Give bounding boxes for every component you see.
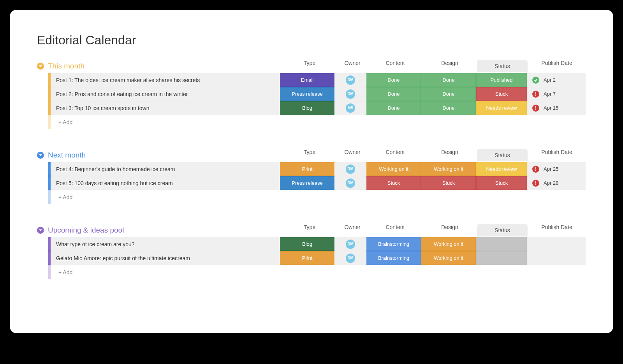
col-header-status: Status bbox=[477, 149, 528, 161]
column-headers: Type Owner Content Design Status Publish… bbox=[282, 224, 586, 236]
group: Next month Type Owner Content Design Sta… bbox=[37, 148, 586, 204]
col-header-design: Design bbox=[422, 149, 477, 161]
col-header-publish: Publish Date bbox=[528, 149, 586, 161]
publish-date-text: Apr 2 bbox=[544, 77, 556, 83]
content-cell[interactable]: Working on it bbox=[366, 162, 421, 176]
group-title[interactable]: This month bbox=[48, 62, 282, 70]
add-row[interactable]: + Add bbox=[48, 265, 586, 279]
groups-container: This month Type Owner Content Design Sta… bbox=[37, 59, 586, 279]
col-header-publish: Publish Date bbox=[528, 60, 586, 72]
column-headers: Type Owner Content Design Status Publish… bbox=[282, 60, 586, 72]
status-cell[interactable] bbox=[476, 237, 527, 251]
group-color-bar bbox=[48, 176, 51, 190]
content-cell[interactable]: Done bbox=[366, 73, 421, 87]
content-cell[interactable]: Done bbox=[366, 87, 421, 101]
type-cell[interactable]: Press release bbox=[280, 176, 334, 190]
table-row[interactable]: Post 2: Pros and cons of eating ice crea… bbox=[48, 87, 586, 101]
task-name[interactable]: Gelato Mio Amore: epic pursuit of the ul… bbox=[51, 251, 280, 265]
col-header-type: Type bbox=[282, 224, 337, 236]
design-cell[interactable]: Stuck bbox=[421, 176, 476, 190]
rows-container: What type of ice cream are you? Blog DM … bbox=[48, 237, 586, 279]
publish-date-cell[interactable] bbox=[527, 237, 586, 251]
publish-date-cell[interactable]: ! Apr 28 bbox=[527, 176, 586, 190]
design-cell[interactable]: Done bbox=[421, 87, 476, 101]
alert-icon: ! bbox=[532, 166, 539, 173]
avatar: DM bbox=[346, 89, 355, 99]
type-cell[interactable]: Press release bbox=[280, 87, 334, 101]
alert-icon: ! bbox=[532, 180, 539, 187]
type-cell[interactable]: Print bbox=[280, 162, 334, 176]
status-cell[interactable]: Stuck bbox=[476, 87, 527, 101]
col-header-content: Content bbox=[368, 149, 422, 161]
table-row[interactable]: Gelato Mio Amore: epic pursuit of the ul… bbox=[48, 251, 586, 265]
owner-cell[interactable]: DM bbox=[335, 251, 366, 265]
status-cell[interactable]: Needs review bbox=[476, 162, 527, 176]
alert-icon: ! bbox=[532, 91, 539, 98]
type-cell[interactable]: Email bbox=[280, 73, 334, 87]
avatar: DM bbox=[346, 178, 355, 188]
col-header-status: Status bbox=[477, 60, 528, 72]
task-name[interactable]: Post 2: Pros and cons of eating ice crea… bbox=[51, 87, 280, 101]
table-row[interactable]: Post 1: The oldest ice cream maker alive… bbox=[48, 73, 586, 87]
owner-cell[interactable]: DM bbox=[335, 237, 366, 251]
alert-icon: ! bbox=[532, 105, 539, 112]
group-color-bar bbox=[48, 73, 51, 87]
table-row[interactable]: What type of ice cream are you? Blog DM … bbox=[48, 237, 586, 251]
content-cell[interactable]: Stuck bbox=[366, 176, 421, 190]
table-row[interactable]: Post 4: Beginner's guide to homemade ice… bbox=[48, 162, 586, 176]
owner-cell[interactable]: DM bbox=[335, 162, 366, 176]
design-cell[interactable]: Working on it bbox=[421, 162, 476, 176]
table-row[interactable]: Post 3: Top 10 ice cream spots in town B… bbox=[48, 101, 586, 115]
avatar: MS bbox=[346, 103, 355, 113]
type-cell[interactable]: Print bbox=[280, 251, 334, 265]
collapse-toggle[interactable] bbox=[37, 152, 44, 159]
owner-cell[interactable]: DM bbox=[335, 87, 366, 101]
task-name[interactable]: Post 4: Beginner's guide to homemade ice… bbox=[51, 162, 280, 176]
group-title[interactable]: Next month bbox=[48, 151, 282, 159]
col-header-type: Type bbox=[282, 149, 337, 161]
design-cell[interactable]: Done bbox=[421, 73, 476, 87]
col-header-owner: Owner bbox=[337, 60, 368, 72]
publish-date-cell[interactable]: ! Apr 7 bbox=[527, 87, 586, 101]
status-cell[interactable] bbox=[476, 251, 527, 265]
col-header-content: Content bbox=[368, 60, 422, 72]
owner-cell[interactable]: MS bbox=[335, 101, 366, 115]
content-cell[interactable]: Done bbox=[366, 101, 421, 115]
group: Upcoming & ideas pool Type Owner Content… bbox=[37, 223, 586, 279]
design-cell[interactable]: Working on it bbox=[421, 237, 476, 251]
group-title[interactable]: Upcoming & ideas pool bbox=[48, 226, 282, 234]
type-cell[interactable]: Blog bbox=[280, 237, 334, 251]
design-cell[interactable]: Done bbox=[421, 101, 476, 115]
content-cell[interactable]: Brainstorming bbox=[366, 237, 421, 251]
publish-date-cell[interactable]: ! Apr 15 bbox=[527, 101, 586, 115]
add-row[interactable]: + Add bbox=[48, 115, 586, 129]
avatar: DM bbox=[346, 75, 355, 85]
collapse-toggle[interactable] bbox=[37, 63, 44, 70]
column-headers: Type Owner Content Design Status Publish… bbox=[282, 149, 586, 161]
task-name[interactable]: What type of ice cream are you? bbox=[51, 237, 280, 251]
publish-date-cell[interactable]: Apr 2 bbox=[527, 73, 586, 87]
app-window: Editorial Calendar This month Type Owner… bbox=[10, 10, 613, 333]
group-color-bar bbox=[48, 190, 51, 204]
status-cell[interactable]: Published bbox=[476, 73, 527, 87]
col-header-publish: Publish Date bbox=[528, 224, 586, 236]
content-cell[interactable]: Brainstorming bbox=[366, 251, 421, 265]
owner-cell[interactable]: DM bbox=[335, 176, 366, 190]
collapse-toggle[interactable] bbox=[37, 227, 44, 234]
status-cell[interactable]: Needs review bbox=[476, 101, 527, 115]
chevron-down-icon bbox=[39, 153, 42, 157]
table-row[interactable]: Post 5: 100 days of eating nothing but i… bbox=[48, 176, 586, 190]
publish-date-text: Apr 25 bbox=[544, 166, 558, 172]
publish-date-cell[interactable]: ! Apr 25 bbox=[527, 162, 586, 176]
task-name[interactable]: Post 3: Top 10 ice cream spots in town bbox=[51, 101, 280, 115]
status-cell[interactable]: Stuck bbox=[476, 176, 527, 190]
design-cell[interactable]: Working on it bbox=[421, 251, 476, 265]
task-name[interactable]: Post 1: The oldest ice cream maker alive… bbox=[51, 73, 280, 87]
add-label: + Add bbox=[51, 190, 586, 204]
owner-cell[interactable]: DM bbox=[335, 73, 366, 87]
task-name[interactable]: Post 5: 100 days of eating nothing but i… bbox=[51, 176, 280, 190]
add-row[interactable]: + Add bbox=[48, 190, 586, 204]
publish-date-cell[interactable] bbox=[527, 251, 586, 265]
col-header-design: Design bbox=[422, 224, 477, 236]
type-cell[interactable]: Blog bbox=[280, 101, 334, 115]
